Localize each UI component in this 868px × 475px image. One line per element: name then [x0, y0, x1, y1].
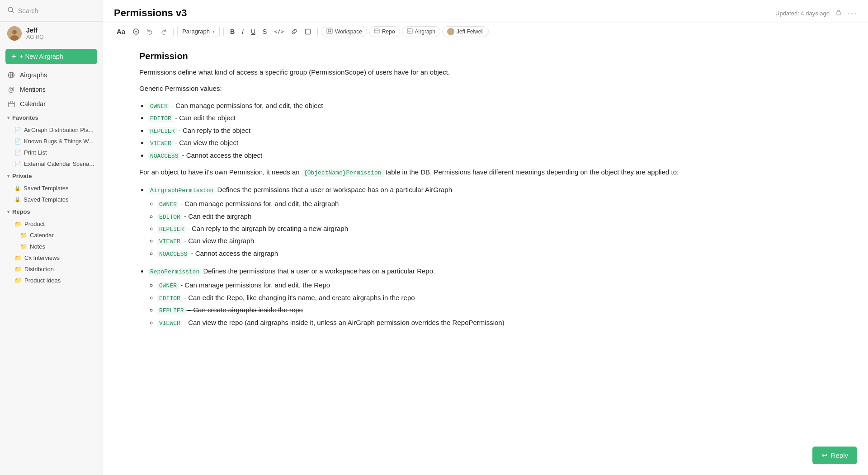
checkbox-button[interactable]: [302, 27, 314, 37]
ag-replier-text: - Can reply to the airgraph by creating …: [186, 225, 348, 232]
ai-btn[interactable]: [130, 26, 142, 37]
favorites-item-2-label: Print List: [24, 149, 47, 156]
repo-editor-text: - Can edit the Repo, like changing it's …: [182, 294, 415, 301]
svg-point-3: [12, 30, 17, 34]
mentions-label: Mentions: [20, 86, 46, 93]
permission-intro: Permissions define what kind of access a…: [139, 67, 832, 78]
main-content: Permissions v3 Updated: 4 days ago ··· A…: [103, 0, 868, 475]
repo-tag-label: Repo: [382, 28, 395, 35]
strikethrough-button[interactable]: S: [260, 26, 269, 37]
folder-icon-product-ideas: 📁: [14, 277, 22, 284]
sidebar-item-known-bugs[interactable]: 📄 Known Bugs & Things W...: [0, 136, 103, 147]
list-item: NOACCESS - Cannot access the object: [148, 149, 832, 161]
ag-replier-code: REPLIER: [157, 226, 186, 233]
repo-tag[interactable]: Repo: [369, 26, 400, 37]
airgraph-tag[interactable]: Airgraph: [402, 26, 440, 37]
sidebar-item-airgraph-dist[interactable]: 📄 AirGraph Distribution Pla...: [0, 124, 103, 136]
airgraph-permission-text: Defines the permissions that a user or w…: [217, 186, 452, 193]
lock-button[interactable]: [835, 9, 842, 18]
undo-button[interactable]: [144, 27, 156, 37]
font-btn[interactable]: Aa: [114, 26, 128, 37]
airgraph-permission-code: AirgraphPermission: [148, 187, 215, 194]
paragraph-select[interactable]: Paragraph ▾: [177, 26, 220, 37]
permission-types-list: AirgraphPermission Defines the permissio…: [148, 183, 832, 329]
user-name: Jeff: [26, 27, 44, 34]
folder-icon-calendar: 📁: [20, 232, 27, 239]
editor-text: - Can edit the object: [173, 114, 236, 122]
globe-icon: [7, 71, 15, 79]
ag-noaccess-text: - Cannot access the airgraph: [189, 249, 278, 257]
list-item: REPLIER - Can reply to the airgraph by c…: [157, 222, 832, 235]
calendar-label: Calendar: [20, 100, 46, 108]
product-ideas-label: Product Ideas: [24, 277, 61, 284]
doc-header: Permissions v3 Updated: 4 days ago ···: [103, 0, 868, 23]
avatar: [7, 26, 22, 41]
list-item: EDITOR - Can edit the airgraph: [157, 210, 832, 222]
more-options-button[interactable]: ···: [848, 9, 857, 18]
sidebar-item-calendar-repo[interactable]: 📁 Calendar: [0, 230, 103, 241]
owner-text: - Can manage permissions for, and edit, …: [170, 102, 323, 109]
redo-button[interactable]: [158, 27, 170, 37]
favorites-item-3-label: External Calendar Scena...: [24, 160, 94, 167]
notes-label: Notes: [30, 243, 45, 250]
repo-viewer-code: VIEWER: [157, 320, 182, 327]
link-button[interactable]: [288, 27, 300, 37]
sidebar-item-saved-templates-2[interactable]: 🔒 Saved Templates: [0, 194, 103, 205]
list-item: VIEWER - Can view the repo (and airgraph…: [157, 316, 832, 329]
workspace-tag[interactable]: Workspace: [321, 26, 367, 37]
repo-owner-text: - Can manage permissions for, and edit, …: [179, 281, 330, 289]
italic-button[interactable]: I: [239, 26, 246, 37]
bold-button[interactable]: B: [227, 26, 237, 37]
doc-content-area: Permission Permissions define what kind …: [103, 40, 868, 475]
generic-values-label: Generic Permission values:: [139, 83, 832, 94]
sidebar-item-product[interactable]: 📁 Product: [0, 218, 103, 230]
sidebar-item-external-calendar[interactable]: 📄 External Calendar Scena...: [0, 158, 103, 169]
reply-button[interactable]: ↩ Reply: [812, 447, 857, 464]
svg-rect-12: [837, 12, 840, 15]
user-org: AG HQ: [26, 34, 44, 40]
sidebar-item-calendar[interactable]: Calendar: [0, 97, 103, 111]
repo-owner-code: OWNER: [157, 282, 179, 290]
folder-icon-cx: 📁: [14, 254, 22, 261]
new-airgraph-label: + New Airgraph: [19, 53, 63, 60]
viewer-code: VIEWER: [148, 140, 173, 147]
private-section-header[interactable]: ▾ Private: [0, 169, 103, 183]
list-item: REPLIER - Can reply to the object: [148, 124, 832, 136]
sidebar-item-print-list[interactable]: 📄 Print List: [0, 147, 103, 158]
calendar-repo-label: Calendar: [30, 232, 54, 239]
doc-icon: 📄: [14, 138, 21, 145]
sidebar-item-distribution[interactable]: 📁 Distribution: [0, 263, 103, 275]
svg-rect-19: [330, 31, 331, 33]
workspace-tag-label: Workspace: [335, 28, 362, 35]
ag-noaccess-code: NOACCESS: [157, 250, 189, 258]
airgraph-permission-item: AirgraphPermission Defines the permissio…: [148, 183, 832, 259]
repos-section-header[interactable]: ▾ Repos: [0, 205, 103, 218]
ag-owner-code: OWNER: [157, 201, 179, 208]
sidebar-item-cx-interviews[interactable]: 📁 Cx Interviews: [0, 252, 103, 263]
lock-icon-2: 🔒: [14, 197, 21, 202]
replier-code: REPLIER: [148, 127, 177, 135]
sidebar-item-notes[interactable]: 📁 Notes: [0, 241, 103, 252]
svg-rect-15: [327, 28, 332, 33]
user-profile[interactable]: Jeff AG HQ: [0, 22, 103, 45]
at-icon: @: [7, 85, 15, 94]
user-tag[interactable]: Jeff Feiwell: [442, 26, 489, 37]
code-button[interactable]: </>: [271, 27, 287, 37]
underline-button[interactable]: U: [248, 26, 258, 37]
favorites-item-1-label: Known Bugs & Things W...: [24, 138, 94, 145]
ag-editor-text: - Can edit the airgraph: [182, 212, 251, 220]
user-tag-avatar: [447, 28, 454, 35]
repo-permission-code: RepoPermission: [148, 268, 201, 276]
repo-replier-code: REPLIER: [157, 307, 186, 315]
sidebar-item-product-ideas[interactable]: 📁 Product Ideas: [0, 275, 103, 286]
sidebar-item-mentions[interactable]: @ Mentions: [0, 82, 103, 97]
favorites-section-header[interactable]: ▾ Favorites: [0, 111, 103, 124]
toolbar-divider-2: [223, 28, 224, 36]
sidebar-item-airgraphs[interactable]: Airgraphs: [0, 68, 103, 82]
search-bar[interactable]: Search: [0, 0, 103, 22]
new-airgraph-button[interactable]: + + New Airgraph: [5, 49, 97, 64]
viewer-text: - Can view the object: [173, 139, 238, 146]
private-item-1-label: Saved Templates: [24, 196, 69, 203]
sidebar-item-saved-templates-1[interactable]: 🔒 Saved Templates: [0, 183, 103, 194]
favorites-label: Favorites: [12, 114, 38, 121]
